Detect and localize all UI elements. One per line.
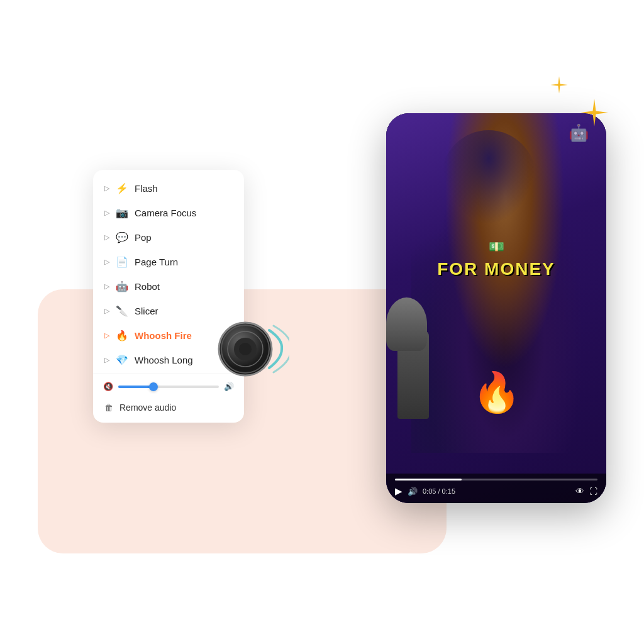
eye-icon[interactable]: 👁 (575, 486, 584, 496)
menu-item-camera-focus[interactable]: ▷ 📷 Camera Focus (93, 201, 244, 225)
headphones-area (441, 130, 536, 225)
label-whoosh-long: Whoosh Long (135, 355, 193, 365)
emoji-slicer: 🔪 (116, 305, 128, 317)
menu-item-robot[interactable]: ▷ 🤖 Robot (93, 274, 244, 299)
label-camera-focus: Camera Focus (135, 208, 196, 218)
menu-item-page-turn[interactable]: ▷ 📄 Page Turn (93, 250, 244, 274)
sparkle-large-icon (579, 97, 609, 134)
label-flash: Flash (135, 183, 158, 194)
menu-item-pop[interactable]: ▷ 💬 Pop (93, 225, 244, 250)
time-display: 0:05 / 0:15 (423, 487, 455, 495)
play-icon-whoosh-long: ▷ (104, 356, 109, 364)
video-player: 💵 FOR MONEY 🔥 🤖 ▶ 🔊 (386, 113, 606, 503)
label-slicer: Slicer (135, 306, 158, 316)
progress-fill (395, 479, 462, 480)
emoji-whoosh-long: 💎 (116, 354, 128, 366)
menu-item-flash[interactable]: ▷ ⚡ Flash (93, 176, 244, 201)
play-button[interactable]: ▶ (395, 486, 402, 497)
phone-mockup: 💵 FOR MONEY 🔥 🤖 ▶ 🔊 (386, 113, 606, 503)
play-icon-page-turn: ▷ (104, 258, 109, 266)
sparkle-small-icon (550, 75, 569, 99)
money-icon-overlay: 💵 (489, 239, 504, 254)
emoji-page-turn: 📄 (116, 256, 128, 268)
play-icon-camera-focus: ▷ (104, 209, 109, 217)
controls-right: 👁 ⛶ (575, 486, 597, 496)
volume-slider[interactable] (118, 386, 219, 388)
play-icon-robot: ▷ (104, 282, 109, 291)
label-pop: Pop (135, 232, 152, 243)
emoji-flash: ⚡ (116, 182, 128, 194)
main-content: ▷ ⚡ Flash ▷ 📷 Camera Focus ▷ 💬 Pop ▷ 📄 P… (0, 0, 644, 644)
mute-icon: 🔇 (103, 382, 113, 391)
remove-audio-row[interactable]: 🗑 Remove audio (93, 397, 244, 419)
progress-bar[interactable] (395, 479, 597, 480)
label-whoosh-fire: Whoosh Fire (135, 330, 192, 341)
trash-icon: 🗑 (104, 402, 113, 413)
volume-thumb[interactable] (149, 382, 158, 391)
volume-fill (118, 386, 153, 388)
mic-head (386, 297, 427, 351)
emoji-camera-focus: 📷 (116, 207, 128, 219)
fullscreen-icon[interactable]: ⛶ (589, 487, 597, 496)
label-robot: Robot (135, 281, 160, 292)
video-text-overlay: FOR MONEY (437, 259, 555, 279)
emoji-whoosh-fire: 🔥 (116, 330, 128, 341)
play-icon-slicer: ▷ (104, 307, 109, 315)
controls-row: ▶ 🔊 0:05 / 0:15 👁 ⛶ (395, 486, 597, 497)
label-page-turn: Page Turn (135, 257, 178, 267)
controls-left: ▶ 🔊 0:05 / 0:15 (395, 486, 455, 497)
play-icon-whoosh-fire: ▷ (104, 331, 109, 340)
fire-emoji-overlay: 🔥 (472, 373, 521, 412)
svg-point-5 (239, 343, 252, 355)
emoji-pop: 💬 (116, 231, 128, 243)
video-content: 💵 FOR MONEY 🔥 🤖 (386, 113, 606, 453)
play-icon-pop: ▷ (104, 233, 109, 242)
video-controls: ▶ 🔊 0:05 / 0:15 👁 ⛶ (386, 474, 606, 503)
emoji-robot: 🤖 (116, 280, 128, 292)
remove-audio-label: Remove audio (119, 402, 176, 413)
sound-effects-menu: ▷ ⚡ Flash ▷ 📷 Camera Focus ▷ 💬 Pop ▷ 📄 P… (93, 170, 244, 423)
volume-icon[interactable]: 🔊 (408, 487, 418, 496)
play-icon-flash: ▷ (104, 184, 109, 192)
speaker-3d-icon (201, 302, 289, 384)
